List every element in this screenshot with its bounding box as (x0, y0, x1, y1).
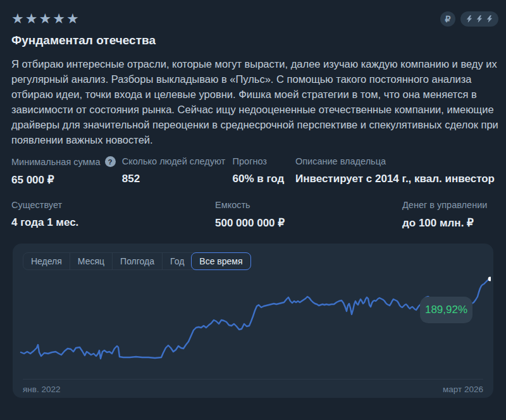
stat-value: Инвестирует с 2014 г., квал. инвестор (295, 173, 495, 185)
stat-capacity: Емкость 500 000 000 ₽ (215, 200, 402, 230)
topbar: ★★★★★ ₽ (0, 0, 506, 27)
stat-value: до 100 млн. ₽ (402, 216, 495, 230)
return-value: 189,92% (425, 304, 467, 316)
stat-owner-description: Описание владельца Инвестирует с 2014 г.… (295, 156, 495, 187)
rating-stars: ★★★★★ (11, 12, 79, 26)
lightning-icon (476, 15, 483, 23)
stat-label: Описание владельца (295, 156, 495, 166)
stat-value: 500 000 000 ₽ (215, 216, 402, 230)
stat-value: 852 (122, 173, 233, 185)
star-icon: ★ (66, 12, 79, 26)
tab-all-time[interactable]: Все время (191, 252, 250, 270)
stats-grid: Минимальная сумма ? 65 000 ₽ Сколько люд… (11, 156, 495, 230)
badges: ₽ (440, 11, 498, 27)
strategy-description: Я отбираю интересные отрасли, которые мо… (11, 56, 498, 147)
return-tooltip: 189,92% (420, 297, 472, 323)
stat-min-sum: Минимальная сумма ? 65 000 ₽ (11, 156, 122, 187)
ruble-currency-badge[interactable]: ₽ (440, 11, 455, 27)
strategy-page: ★★★★★ ₽ Фундаментал отечества Я отбираю … (0, 0, 506, 398)
performance-chart[interactable]: 189,92% (13, 271, 493, 378)
tab-year[interactable]: Год (162, 253, 192, 269)
energy-level-badge[interactable] (460, 11, 498, 27)
tab-month[interactable]: Месяц (70, 253, 112, 269)
stat-label: Емкость (215, 200, 402, 210)
star-icon: ★ (52, 12, 65, 26)
x-axis-end-label: март 2026 (443, 385, 483, 394)
stat-value: 4 года 1 мес. (11, 216, 215, 229)
tab-week[interactable]: Неделя (23, 253, 70, 269)
tab-half-year[interactable]: Полгода (112, 253, 162, 269)
stat-money-under-management: Денег в управлении до 100 млн. ₽ (402, 200, 495, 230)
help-icon[interactable]: ? (105, 156, 116, 167)
stat-value: 60% в год (233, 173, 295, 185)
stat-label: Денег в управлении (402, 200, 495, 210)
ruble-icon: ₽ (445, 14, 451, 24)
star-icon: ★ (11, 12, 24, 26)
performance-line-svg (18, 271, 491, 378)
performance-line (21, 279, 490, 359)
stat-label: Минимальная сумма (11, 157, 101, 167)
performance-chart-card: Неделя Месяц Полгода Год Все время 189,9… (13, 244, 493, 398)
stats-row-1: Минимальная сумма ? 65 000 ₽ Сколько люд… (11, 156, 495, 187)
stat-label: Существует (11, 200, 215, 210)
lightning-icon (466, 15, 472, 23)
stat-value: 65 000 ₽ (11, 173, 122, 187)
stats-row-2: Существует 4 года 1 мес. Емкость 500 000… (11, 200, 495, 230)
stat-forecast: Прогноз 60% в год (233, 156, 295, 187)
stat-age: Существует 4 года 1 мес. (11, 200, 215, 230)
stat-followers: Сколько людей следуют 852 (122, 156, 233, 187)
star-icon: ★ (25, 12, 38, 26)
lightning-icon (486, 15, 493, 23)
time-range-tabs: Неделя Месяц Полгода Год Все время (23, 252, 251, 270)
x-axis-start-label: янв. 2022 (23, 385, 60, 394)
star-icon: ★ (39, 12, 51, 26)
stat-label: Прогноз (233, 156, 295, 166)
page-title: Фундаментал отечества (11, 34, 495, 47)
stat-label: Сколько людей следуют (122, 156, 233, 166)
x-axis: янв. 2022 март 2026 (23, 379, 483, 394)
